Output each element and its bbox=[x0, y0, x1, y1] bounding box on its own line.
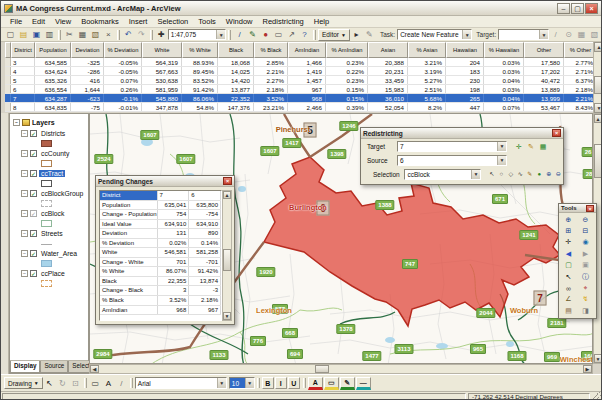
tool-button[interactable]: ▢ bbox=[560, 260, 577, 271]
whats-this-button[interactable]: ? bbox=[298, 28, 311, 41]
scrollbar-thumb[interactable] bbox=[315, 365, 329, 373]
tool-button[interactable]: ↯ bbox=[577, 294, 594, 305]
tool-button[interactable]: ⊕ bbox=[560, 214, 577, 225]
column-header[interactable]: Other bbox=[524, 42, 564, 58]
tool-button[interactable]: ∠ bbox=[560, 294, 577, 305]
redistricting-target-combo[interactable]: 7▼ bbox=[397, 141, 507, 152]
column-header[interactable]: AmIndian bbox=[288, 42, 326, 58]
column-header[interactable]: Hawaiian bbox=[446, 42, 484, 58]
shape-tool-button[interactable]: ▭ bbox=[89, 377, 102, 390]
redistricting-tool-button[interactable]: ▦ bbox=[537, 140, 549, 152]
collapse-icon[interactable]: – bbox=[13, 119, 20, 126]
chevron-down-icon[interactable]: ▼ bbox=[217, 378, 226, 388]
pending-scrollbar[interactable]: ▲ ▼ bbox=[222, 190, 232, 321]
toolbar-button[interactable]: ↷ bbox=[135, 28, 148, 41]
tool-button[interactable]: ▤ bbox=[560, 305, 577, 316]
chevron-down-icon[interactable]: ▼ bbox=[216, 30, 225, 39]
layer-visibility-checkbox[interactable]: ✓ bbox=[30, 230, 37, 237]
tool-button[interactable]: ▣ bbox=[577, 260, 594, 271]
menu-item[interactable]: Selection bbox=[152, 16, 193, 27]
menu-item[interactable]: Redistricting bbox=[258, 16, 309, 27]
collapse-icon[interactable]: – bbox=[21, 250, 28, 257]
column-header[interactable]: % White bbox=[182, 42, 218, 58]
menu-item[interactable]: Tools bbox=[193, 16, 221, 27]
column-header[interactable]: Black bbox=[218, 42, 254, 58]
edit-tool-button[interactable]: ▧ bbox=[588, 28, 601, 41]
collapse-icon[interactable]: – bbox=[21, 230, 28, 237]
chevron-down-icon[interactable]: ▼ bbox=[245, 378, 254, 388]
layer-visibility-checkbox[interactable]: ✓ bbox=[30, 130, 37, 137]
editor-tool-button[interactable]: ▸ bbox=[350, 28, 363, 41]
tool-button[interactable]: ▶ bbox=[577, 248, 594, 259]
scrollbar-thumb[interactable] bbox=[223, 249, 231, 271]
tool-button[interactable]: ⊟ bbox=[577, 225, 594, 236]
tool-button[interactable]: ∞ bbox=[560, 282, 577, 293]
edit-tool-button[interactable]: ▦ bbox=[575, 28, 588, 41]
toc-layer-item[interactable]: – ✓ ccBlock bbox=[21, 208, 88, 228]
column-header[interactable]: Deviation bbox=[71, 42, 104, 58]
layer-symbol-swatch[interactable] bbox=[41, 244, 52, 245]
toc-tab[interactable]: Source bbox=[40, 361, 68, 373]
selection-tool-button[interactable]: ✎ bbox=[525, 168, 535, 180]
layer-visibility-checkbox[interactable]: ✓ bbox=[30, 170, 37, 177]
toc-tab[interactable]: Display bbox=[10, 361, 40, 373]
scroll-up-icon[interactable]: ▲ bbox=[594, 42, 602, 52]
toc-layer-item[interactable]: – ✓ ccTract bbox=[21, 168, 88, 188]
layer-name[interactable]: Districts bbox=[39, 130, 67, 137]
column-header[interactable]: % Black bbox=[254, 42, 288, 58]
scroll-down-icon[interactable]: ▼ bbox=[223, 312, 231, 320]
menu-item[interactable]: Window bbox=[221, 16, 258, 27]
scroll-left-icon[interactable]: ◀ bbox=[90, 365, 99, 373]
selection-tool-button[interactable]: ○ bbox=[497, 168, 507, 180]
layer-name[interactable]: ccTract bbox=[39, 170, 65, 177]
table-row[interactable]: 7634,287-623-0.1%545,88086.06%22,3523.52… bbox=[5, 94, 602, 103]
toolbar-button[interactable]: ✎ bbox=[246, 28, 259, 41]
redistricting-window[interactable]: Redistricting × Target 7▼ ✛✎▦ Source 6▼ … bbox=[360, 127, 564, 185]
toc-layer-item[interactable]: – ✓ ccPlace bbox=[21, 268, 88, 288]
tool-button[interactable]: ⌖ bbox=[577, 282, 594, 293]
font-size-combo[interactable]: 10▼ bbox=[229, 377, 255, 389]
editor-menu-button[interactable]: Editor▼ bbox=[318, 29, 350, 41]
layer-visibility-checkbox[interactable]: ✓ bbox=[30, 150, 37, 157]
layer-symbol-swatch[interactable] bbox=[41, 160, 52, 167]
toc-layer-item[interactable]: – ✓ Streets bbox=[21, 228, 88, 248]
scrollbar-thumb[interactable] bbox=[594, 76, 602, 94]
menu-item[interactable]: Insert bbox=[124, 16, 153, 27]
selection-tool-button[interactable]: ⊕ bbox=[544, 168, 554, 180]
maximize-button[interactable]: ▢ bbox=[571, 3, 584, 14]
collapse-icon[interactable]: – bbox=[21, 170, 28, 177]
layer-symbol-swatch[interactable] bbox=[41, 200, 52, 207]
chevron-down-icon[interactable]: ▼ bbox=[539, 30, 548, 39]
close-icon[interactable]: × bbox=[223, 177, 232, 185]
scroll-right-icon[interactable]: ▶ bbox=[583, 365, 592, 373]
redistricting-titlebar[interactable]: Redistricting × bbox=[361, 128, 563, 139]
layer-name[interactable]: ccBlockGroup bbox=[39, 190, 85, 197]
redistricting-source-combo[interactable]: 6▼ bbox=[397, 155, 507, 166]
tool-button[interactable]: ⊖ bbox=[577, 214, 594, 225]
tools-titlebar[interactable]: Tools × bbox=[559, 204, 596, 213]
selection-tool-button[interactable]: ∿ bbox=[516, 168, 526, 180]
layer-name[interactable]: ccCounty bbox=[39, 150, 71, 157]
layer-symbol-swatch[interactable] bbox=[41, 140, 52, 147]
table-row[interactable]: 5635,3264160.07%530,63883.52%14,4202.27%… bbox=[5, 76, 602, 85]
menu-item[interactable]: File bbox=[5, 16, 27, 27]
toolbar-button[interactable]: ▭ bbox=[272, 28, 285, 41]
drawing-tool-button[interactable]: ↖ bbox=[43, 377, 56, 390]
drawing-tool-button[interactable]: ⊡ bbox=[69, 377, 82, 390]
layer-symbol-swatch[interactable] bbox=[41, 220, 52, 227]
chevron-down-icon[interactable]: ▼ bbox=[497, 156, 506, 165]
tool-button[interactable]: ✛ bbox=[560, 237, 577, 248]
toolbar-button[interactable]: ↶ bbox=[122, 28, 135, 41]
minimize-button[interactable]: – bbox=[557, 3, 570, 14]
table-row[interactable]: 6636,5541,6440.26%581,95991.42%13,8772.1… bbox=[5, 85, 602, 94]
tool-button[interactable]: ◨ bbox=[577, 305, 594, 316]
color-picker-button[interactable]: ✎ bbox=[340, 377, 355, 390]
layer-name[interactable]: ccBlock bbox=[39, 210, 66, 217]
scroll-down-icon[interactable]: ▼ bbox=[594, 103, 602, 113]
toolbar-button[interactable]: ▤ bbox=[17, 28, 30, 41]
redistricting-tool-button[interactable]: ✛ bbox=[513, 140, 525, 152]
collapse-icon[interactable]: – bbox=[21, 210, 28, 217]
menu-item[interactable]: View bbox=[50, 16, 76, 27]
edit-tool-button[interactable]: / bbox=[549, 28, 562, 41]
tool-button[interactable]: ◀ bbox=[560, 248, 577, 259]
